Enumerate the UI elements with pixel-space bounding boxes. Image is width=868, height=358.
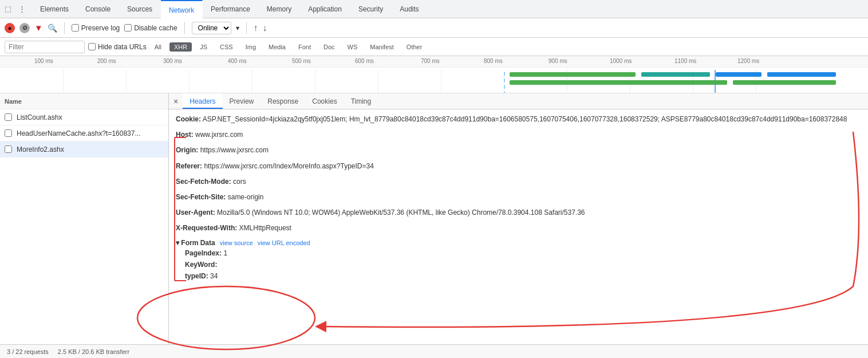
timeline-ruler: 100 ms 200 ms 300 ms 400 ms 500 ms 600 m… bbox=[0, 56, 868, 68]
tab-performance[interactable]: Performance bbox=[203, 0, 259, 18]
filter-img[interactable]: Img bbox=[241, 42, 261, 52]
import-button[interactable]: ↑ bbox=[254, 23, 258, 33]
status-bar: 3 / 22 requests 2.5 KB / 20.6 KB transfe… bbox=[0, 344, 868, 358]
user-agent-val: Mozilla/5.0 (Windows NT 10.0; WOW64) App… bbox=[217, 208, 585, 217]
cookie-value: ASP.NET_SessionId=4jckiaza2qy5tf0jxj051l… bbox=[203, 115, 847, 123]
tl-bar-blue bbox=[716, 72, 762, 77]
file-checkbox-2[interactable] bbox=[5, 145, 12, 153]
menu-icon[interactable]: ⋮ bbox=[16, 3, 27, 15]
tab-memory[interactable]: Memory bbox=[259, 0, 300, 18]
dropdown-arrow: ▾ bbox=[236, 24, 239, 32]
grid-line-5 bbox=[315, 70, 315, 93]
header-x-requested-line: X-Requested-With: XMLHttpRequest bbox=[176, 223, 861, 234]
form-data-title: ▾ Form Data bbox=[176, 239, 215, 247]
tl-bar-green-2 bbox=[510, 80, 727, 85]
disable-cache-checkbox[interactable] bbox=[124, 24, 132, 32]
tab-application[interactable]: Application bbox=[300, 0, 350, 18]
form-field-2: typeID: 34 bbox=[176, 272, 861, 280]
sec-fetch-site-val: same-origin bbox=[228, 193, 264, 201]
tab-sources[interactable]: Sources bbox=[119, 0, 161, 18]
filter-xhr[interactable]: XHR bbox=[169, 42, 192, 52]
preserve-log-text: Preserve log bbox=[81, 24, 120, 32]
cookie-key: Cookie: bbox=[176, 115, 201, 123]
file-list-header: Name bbox=[0, 93, 168, 109]
tab-audits[interactable]: Audits bbox=[392, 0, 427, 18]
ruler-100ms: 100 ms bbox=[34, 58, 53, 64]
file-item-1[interactable]: HeadUserNameCache.ashx?t=160837... bbox=[0, 125, 168, 141]
tab-console[interactable]: Console bbox=[77, 0, 119, 18]
host-key: Host: bbox=[176, 131, 194, 139]
devtools-icons: ⬚ ⋮ bbox=[2, 3, 27, 15]
transfer-size: 2.5 KB / 20.6 KB transferr bbox=[58, 348, 129, 355]
preserve-log-checkbox[interactable] bbox=[72, 24, 79, 32]
stop-button[interactable]: ⊘ bbox=[19, 23, 30, 33]
form-key-0: PageIndex: bbox=[185, 249, 222, 257]
view-url-encoded-link[interactable]: view URL encoded bbox=[258, 239, 310, 246]
search-button[interactable]: 🔍 bbox=[48, 23, 57, 33]
ruler-1200ms: 1200 ms bbox=[737, 58, 759, 64]
divider3 bbox=[246, 22, 247, 34]
form-value-0: 1 bbox=[223, 249, 227, 257]
grid-line-7 bbox=[441, 70, 441, 93]
file-checkbox-0[interactable] bbox=[5, 113, 12, 121]
ruler-600ms: 600 ms bbox=[355, 58, 374, 64]
view-source-link[interactable]: view source bbox=[220, 239, 253, 246]
tl-bar-green-3 bbox=[733, 80, 836, 85]
filter-all[interactable]: All bbox=[150, 42, 166, 52]
filter-media[interactable]: Media bbox=[264, 42, 290, 52]
record-button[interactable]: ● bbox=[5, 23, 15, 33]
header-sec-fetch-mode-line: Sec-Fetch-Mode: cors bbox=[176, 176, 861, 187]
filter-other[interactable]: Other bbox=[402, 42, 427, 52]
referer-key: Referer: bbox=[176, 162, 202, 170]
file-checkbox-1[interactable] bbox=[5, 129, 12, 137]
tl-marker-1 bbox=[504, 72, 505, 93]
grid-line-3 bbox=[189, 70, 190, 93]
sec-fetch-mode-val: cors bbox=[233, 178, 246, 186]
divider1 bbox=[64, 22, 65, 34]
dock-icon[interactable]: ⬚ bbox=[2, 3, 14, 15]
tab-elements[interactable]: Elements bbox=[32, 0, 77, 18]
detail-tab-cookies[interactable]: Cookies bbox=[305, 93, 344, 109]
detail-tab-timing[interactable]: Timing bbox=[344, 93, 378, 109]
form-field-1: KeyWord: bbox=[176, 261, 861, 269]
ruler-800ms: 800 ms bbox=[484, 58, 503, 64]
file-item-2[interactable]: MoreInfo2.ashx bbox=[0, 141, 168, 158]
filter-manifest[interactable]: Manifest bbox=[365, 42, 399, 52]
preserve-log-label[interactable]: Preserve log bbox=[72, 24, 120, 32]
tab-network[interactable]: Network bbox=[161, 0, 203, 18]
host-val: www.jxrsrc.com bbox=[195, 131, 243, 139]
throttle-select[interactable]: Online bbox=[192, 22, 231, 34]
filter-font[interactable]: Font bbox=[294, 42, 315, 52]
ruler-1100ms: 1100 ms bbox=[674, 58, 696, 64]
disable-cache-text: Disable cache bbox=[134, 24, 177, 32]
toolbar: ● ⊘ ▼ 🔍 Preserve log Disable cache Onlin… bbox=[0, 18, 868, 38]
user-agent-key: User-Agent: bbox=[176, 208, 215, 217]
close-detail-button[interactable]: × bbox=[173, 93, 178, 109]
ruler-400ms: 400 ms bbox=[228, 58, 247, 64]
hide-data-urls-text: Hide data URLs bbox=[98, 43, 147, 51]
filter-input[interactable] bbox=[5, 41, 85, 53]
ruler-1000ms: 1000 ms bbox=[610, 58, 632, 64]
file-item-0[interactable]: ListCount.ashx bbox=[0, 109, 168, 125]
hide-data-urls-label[interactable]: Hide data URLs bbox=[88, 43, 147, 51]
detail-tab-response[interactable]: Response bbox=[261, 93, 305, 109]
detail-tab-headers[interactable]: Headers bbox=[183, 93, 222, 109]
filter-doc[interactable]: Doc bbox=[319, 42, 340, 52]
form-key-2: typeID: bbox=[185, 272, 208, 280]
disable-cache-label[interactable]: Disable cache bbox=[124, 24, 177, 32]
filter-ws[interactable]: WS bbox=[343, 42, 362, 52]
filter-css[interactable]: CSS bbox=[215, 42, 238, 52]
x-requested-key: X-Requested-With: bbox=[176, 224, 237, 232]
filter-js[interactable]: JS bbox=[195, 42, 212, 52]
tab-security[interactable]: Security bbox=[350, 0, 392, 18]
timeline-area: 100 ms 200 ms 300 ms 400 ms 500 ms 600 m… bbox=[0, 56, 868, 93]
header-sec-fetch-site-line: Sec-Fetch-Site: same-origin bbox=[176, 192, 861, 203]
header-referer-line: Referer: https://www.jxrsrc.com/Index/Mo… bbox=[176, 161, 861, 172]
filter-button[interactable]: ▼ bbox=[34, 23, 43, 33]
detail-tabs: × Headers Preview Response Cookies Timin… bbox=[169, 93, 868, 109]
header-host-line: Host: www.jxrsrc.com bbox=[176, 129, 861, 140]
export-button[interactable]: ↓ bbox=[263, 23, 267, 33]
detail-tab-preview[interactable]: Preview bbox=[223, 93, 261, 109]
hide-data-urls-checkbox[interactable] bbox=[88, 43, 96, 50]
divider2 bbox=[184, 22, 185, 34]
